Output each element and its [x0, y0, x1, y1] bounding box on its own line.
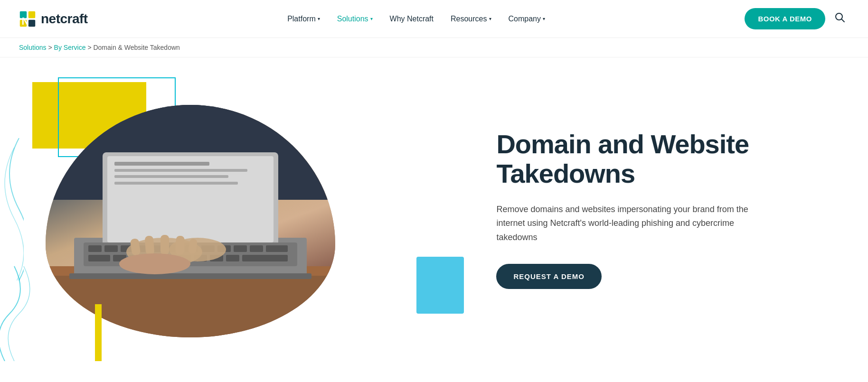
breadcrumb-by-service[interactable]: By Service [54, 44, 86, 51]
svg-rect-45 [145, 235, 155, 255]
svg-rect-4 [28, 19, 35, 26]
svg-rect-18 [114, 182, 238, 185]
svg-rect-29 [234, 245, 247, 252]
book-demo-button[interactable]: BOOK A DEMO [745, 8, 825, 29]
request-demo-button[interactable]: REQUEST A DEMO [496, 264, 602, 289]
hero-image-area [0, 57, 477, 361]
hero-section: Domain and Website Takedowns Remove doma… [0, 57, 868, 361]
brand-name: netcraft [41, 11, 88, 27]
svg-rect-12 [69, 273, 311, 279]
svg-rect-32 [88, 255, 110, 261]
nav-platform[interactable]: Platform ▾ [281, 11, 327, 27]
svg-text:N: N [21, 15, 29, 27]
nav-solutions[interactable]: Solutions ▾ [330, 11, 379, 27]
svg-rect-16 [114, 169, 247, 172]
svg-rect-30 [250, 245, 263, 252]
site-header: N netcraft Platform ▾ Solutions ▾ Why Ne… [0, 0, 868, 38]
nav-resources[interactable]: Resources ▾ [444, 11, 498, 27]
nav-right-area: BOOK A DEMO [745, 8, 849, 29]
svg-rect-21 [104, 245, 118, 252]
svg-line-7 [841, 19, 844, 22]
hero-description: Remove domains and websites impersonatin… [496, 203, 762, 245]
breadcrumb-solutions[interactable]: Solutions [19, 44, 47, 51]
breadcrumb: Solutions > By Service > Domain & Websit… [0, 38, 868, 57]
svg-rect-31 [266, 245, 288, 252]
svg-rect-41 [242, 255, 288, 261]
svg-rect-20 [88, 245, 102, 252]
breadcrumb-sep-1: > [48, 44, 54, 51]
breadcrumb-sep-2: > [87, 44, 93, 51]
nav-why-netcraft[interactable]: Why Netcraft [383, 11, 440, 27]
logo[interactable]: N netcraft [19, 10, 88, 28]
solutions-chevron-icon: ▾ [370, 16, 373, 21]
company-chevron-icon: ▾ [543, 16, 545, 21]
breadcrumb-current: Domain & Website Takedown [93, 44, 179, 51]
svg-rect-15 [114, 162, 209, 166]
platform-chevron-icon: ▾ [318, 16, 320, 21]
hero-title: Domain and Website Takedowns [496, 130, 772, 188]
search-button[interactable] [831, 9, 849, 29]
svg-rect-9 [46, 271, 335, 337]
svg-rect-17 [114, 175, 228, 178]
blue-rectangle-decoration [416, 257, 464, 314]
svg-rect-47 [175, 236, 185, 255]
netcraft-logo-icon: N [19, 10, 36, 28]
hero-content: Domain and Website Takedowns Remove doma… [477, 101, 800, 317]
svg-rect-46 [160, 235, 169, 255]
svg-rect-2 [28, 11, 35, 18]
nav-company[interactable]: Company ▾ [502, 11, 552, 27]
svg-rect-40 [226, 255, 239, 261]
main-nav: Platform ▾ Solutions ▾ Why Netcraft Reso… [281, 11, 552, 27]
search-icon [835, 12, 845, 23]
hero-photo [46, 105, 335, 337]
svg-point-49 [119, 253, 190, 274]
laptop-illustration [46, 105, 335, 337]
resources-chevron-icon: ▾ [489, 16, 491, 21]
yellow-stripe-decoration [95, 304, 102, 361]
